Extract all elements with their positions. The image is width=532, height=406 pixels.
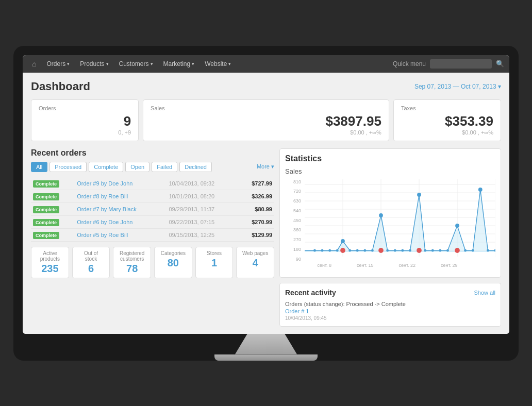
- filter-more[interactable]: More ▾: [257, 163, 274, 170]
- bottom-stat-value-2: 78: [119, 263, 145, 275]
- order-amount-3: $270.99: [239, 215, 274, 228]
- filter-processed[interactable]: Processed: [49, 162, 87, 172]
- order-status-4: Complete: [33, 232, 59, 239]
- svg-point-26: [321, 249, 324, 251]
- main-row: Recent orders All Processed Complete Ope…: [31, 148, 501, 327]
- chart-inner: [305, 179, 495, 262]
- taxes-stat-card: Taxes $353.39 $0.00 , +∞%: [393, 99, 501, 141]
- show-all-link[interactable]: Show all: [474, 290, 495, 296]
- order-status-1: Complete: [33, 193, 59, 200]
- left-panel: Recent orders All Processed Complete Ope…: [31, 148, 274, 327]
- activity-text-0: Orders (status change): Processed -> Com…: [285, 301, 406, 307]
- chart-svg: [305, 179, 495, 262]
- recent-orders-title: Recent orders: [31, 148, 274, 158]
- order-row-0: Complete Order #9 by Doe John 10/04/2013…: [31, 177, 274, 190]
- svg-point-31: [363, 249, 366, 251]
- search-input[interactable]: [430, 59, 492, 69]
- x-label-1: сент. 8: [317, 263, 331, 272]
- nav-customers[interactable]: Customers ▾: [115, 60, 157, 67]
- bottom-stat-value-5: 4: [242, 257, 269, 269]
- svg-point-38: [431, 249, 434, 251]
- order-date-0: 10/04/2013, 09:32: [167, 177, 239, 190]
- bottom-stat-label-5: Web pages: [242, 250, 269, 256]
- svg-point-24: [455, 248, 460, 253]
- page-title: Dashboard: [31, 80, 90, 93]
- y-label-7: 180: [293, 247, 301, 252]
- svg-point-30: [356, 249, 359, 251]
- marketing-chevron-icon: ▾: [192, 61, 194, 66]
- statistics-panel: Statistics Sales 81072063054045036027018…: [279, 148, 501, 278]
- svg-point-17: [379, 213, 383, 217]
- order-amount-1: $326.99: [239, 190, 274, 202]
- order-link-2[interactable]: Order #7 by Mary Black: [77, 206, 137, 212]
- order-status-0: Complete: [33, 180, 59, 188]
- svg-point-21: [340, 248, 345, 253]
- order-date-2: 09/29/2013, 11:37: [167, 202, 239, 215]
- svg-point-37: [424, 249, 426, 251]
- filter-failed[interactable]: Failed: [152, 162, 177, 172]
- order-date-3: 09/22/2013, 07:15: [167, 215, 239, 228]
- svg-point-40: [446, 249, 449, 251]
- filter-declined[interactable]: Declined: [179, 162, 212, 172]
- chart-y-labels: 81072063054045036027018090: [285, 179, 303, 262]
- nav-right: Quick menu 🔍: [393, 59, 504, 69]
- bottom-stat-value-3: 80: [160, 257, 187, 269]
- date-range-picker[interactable]: Sep 07, 2013 — Oct 07, 2013 ▾: [414, 83, 501, 90]
- x-label-3: сент. 22: [398, 263, 415, 272]
- chart-area: 81072063054045036027018090: [285, 179, 495, 272]
- bottom-stat-value-4: 1: [201, 257, 228, 269]
- svg-point-25: [313, 249, 316, 251]
- order-link-3[interactable]: Order #6 by Doe John: [77, 219, 132, 225]
- search-icon[interactable]: 🔍: [496, 60, 504, 67]
- orders-table: Complete Order #9 by Doe John 10/04/2013…: [31, 177, 274, 242]
- order-date-1: 10/01/2013, 08:20: [167, 190, 239, 202]
- order-amount-4: $129.99: [239, 228, 274, 241]
- nav-marketing[interactable]: Marketing ▾: [159, 60, 199, 67]
- order-link-1[interactable]: Order #8 by Roe Bill: [77, 193, 128, 199]
- svg-point-39: [439, 249, 441, 251]
- bottom-stat-label-0: Active products: [37, 250, 63, 262]
- bottom-stat-4: Stores 1: [195, 247, 234, 278]
- filter-open[interactable]: Open: [125, 162, 149, 172]
- bottom-stat-5: Web pages 4: [236, 247, 274, 278]
- products-chevron-icon: ▾: [106, 61, 109, 66]
- taxes-label: Taxes: [401, 105, 493, 111]
- svg-point-19: [455, 224, 459, 228]
- order-status-3: Complete: [33, 219, 59, 226]
- svg-point-27: [328, 249, 331, 251]
- bottom-stat-1: Out of stock 6: [72, 247, 110, 278]
- y-label-1: 720: [293, 189, 301, 194]
- bottom-stats-row: Active products 235 Out of stock 6 Regis…: [31, 247, 274, 278]
- nav-website[interactable]: Website ▾: [201, 60, 235, 67]
- bottom-stat-2: Registered customers 78: [113, 247, 151, 278]
- activity-header: Recent activity Show all: [285, 289, 495, 297]
- y-label-5: 360: [293, 227, 301, 232]
- taxes-sub: $0.00 , +∞%: [401, 129, 493, 136]
- y-label-0: 810: [293, 179, 301, 184]
- home-button[interactable]: ⌂: [28, 60, 40, 68]
- svg-point-33: [386, 249, 389, 251]
- filter-complete[interactable]: Complete: [89, 162, 123, 172]
- order-row-3: Complete Order #6 by Doe John 09/22/2013…: [31, 215, 274, 228]
- order-row-2: Complete Order #7 by Mary Black 09/29/20…: [31, 202, 274, 215]
- nav-products[interactable]: Products ▾: [76, 60, 112, 67]
- activity-title: Recent activity: [285, 289, 336, 297]
- navbar: ⌂ Orders ▾ Products ▾ Customers ▾ Market…: [23, 55, 509, 73]
- recent-activity-panel: Recent activity Show all Orders (status …: [279, 283, 501, 327]
- top-stats-row: Orders 9 0, +9 Sales $3897.95 $0.00 , +∞…: [31, 99, 501, 141]
- order-link-0[interactable]: Order #9 by Doe John: [77, 180, 132, 187]
- activity-order-link-0[interactable]: Order # 1: [285, 308, 309, 314]
- quick-menu-label: Quick menu: [393, 60, 426, 67]
- order-row-1: Complete Order #8 by Roe Bill 10/01/2013…: [31, 190, 274, 202]
- order-amount-0: $727.99: [239, 177, 274, 190]
- content-area: Dashboard Sep 07, 2013 — Oct 07, 2013 ▾ …: [23, 73, 509, 334]
- nav-orders[interactable]: Orders ▾: [42, 60, 74, 67]
- svg-point-29: [348, 249, 351, 251]
- filter-all[interactable]: All: [31, 162, 47, 172]
- y-label-2: 630: [293, 198, 301, 204]
- svg-point-34: [394, 249, 396, 251]
- svg-point-41: [464, 249, 467, 251]
- sales-stat-card: Sales $3897.95 $0.00 , +∞%: [143, 99, 389, 141]
- order-link-4[interactable]: Order #5 by Roe Bill: [77, 232, 128, 238]
- svg-point-18: [417, 193, 421, 197]
